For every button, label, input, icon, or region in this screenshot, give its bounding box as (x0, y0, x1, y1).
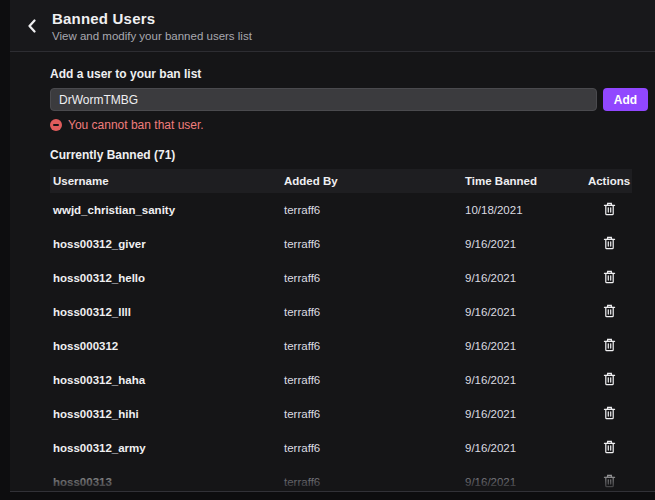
trash-icon (603, 406, 616, 420)
delete-user-button[interactable] (599, 200, 620, 221)
trash-icon (603, 304, 616, 318)
username-cell: hoss00312_hihi (50, 408, 281, 420)
trash-icon (603, 236, 616, 250)
back-button[interactable] (18, 12, 46, 40)
ban-user-label: Add a user to your ban list (50, 67, 648, 81)
time-banned-cell: 9/16/2021 (462, 374, 586, 386)
delete-user-button[interactable] (599, 472, 620, 493)
delete-user-button[interactable] (599, 268, 620, 289)
delete-user-button[interactable] (599, 336, 620, 357)
time-banned-cell: 9/16/2021 (462, 408, 586, 420)
chevron-left-icon (27, 19, 37, 33)
username-cell: hoss000312 (50, 340, 281, 352)
table-row: wwjd_christian_sanity terraff6 10/18/202… (50, 193, 632, 227)
error-text: You cannot ban that user. (68, 118, 204, 132)
username-cell: hoss00313 (50, 476, 281, 488)
trash-icon (603, 474, 616, 488)
table-row: hoss00312_hihi terraff6 9/16/2021 (50, 397, 632, 431)
ban-user-input[interactable] (50, 88, 597, 111)
time-banned-cell: 10/18/2021 (462, 204, 586, 216)
trash-icon (603, 202, 616, 216)
delete-user-button[interactable] (599, 404, 620, 425)
currently-banned-caption: Currently Banned (71) (50, 148, 648, 162)
delete-user-button[interactable] (599, 234, 620, 255)
added-by-cell: terraff6 (281, 238, 462, 250)
time-banned-cell: 9/16/2021 (462, 340, 586, 352)
time-banned-cell: 9/16/2021 (462, 272, 586, 284)
added-by-cell: terraff6 (281, 442, 462, 454)
trash-icon (603, 270, 616, 284)
table-row: hoss00312_giver terraff6 9/16/2021 (50, 227, 632, 261)
trash-icon (603, 338, 616, 352)
added-by-cell: terraff6 (281, 306, 462, 318)
error-message: You cannot ban that user. (50, 118, 648, 132)
column-header-actions: Actions (586, 175, 632, 187)
username-cell: hoss00312_army (50, 442, 281, 454)
delete-user-button[interactable] (599, 302, 620, 323)
delete-user-button[interactable] (599, 438, 620, 459)
username-cell: hoss00312_haha (50, 374, 281, 386)
add-user-row: Add (50, 88, 648, 111)
page-header: Banned Users View and modify your banned… (10, 0, 655, 52)
added-by-cell: terraff6 (281, 408, 462, 420)
delete-user-button[interactable] (599, 370, 620, 391)
added-by-cell: terraff6 (281, 374, 462, 386)
add-button[interactable]: Add (603, 88, 648, 111)
table-row: hoss00312_army terraff6 9/16/2021 (50, 431, 632, 465)
added-by-cell: terraff6 (281, 340, 462, 352)
table-row: hoss000312 terraff6 9/16/2021 (50, 329, 632, 363)
table-row: hoss00313 terraff6 9/16/2021 (50, 465, 632, 492)
minus-circle-icon (50, 119, 62, 131)
column-header-username: Username (50, 175, 281, 187)
title-block: Banned Users View and modify your banned… (52, 10, 252, 42)
username-cell: hoss00312_llll (50, 306, 281, 318)
column-header-added-by: Added By (281, 175, 462, 187)
time-banned-cell: 9/16/2021 (462, 476, 586, 488)
table-row: hoss00312_hello terraff6 9/16/2021 (50, 261, 632, 295)
added-by-cell: terraff6 (281, 272, 462, 284)
time-banned-cell: 9/16/2021 (462, 238, 586, 250)
added-by-cell: terraff6 (281, 476, 462, 488)
page-subtitle: View and modify your banned users list (52, 30, 252, 42)
time-banned-cell: 9/16/2021 (462, 306, 586, 318)
table-body: wwjd_christian_sanity terraff6 10/18/202… (50, 193, 632, 492)
table-row: hoss00312_haha terraff6 9/16/2021 (50, 363, 632, 397)
banned-users-panel: Banned Users View and modify your banned… (10, 0, 655, 492)
banned-users-table: Username Added By Time Banned Actions ww… (50, 169, 632, 492)
trash-icon (603, 372, 616, 386)
username-cell: hoss00312_giver (50, 238, 281, 250)
trash-icon (603, 440, 616, 454)
content: Add a user to your ban list Add You cann… (10, 67, 655, 492)
username-cell: hoss00312_hello (50, 272, 281, 284)
username-cell: wwjd_christian_sanity (50, 204, 281, 216)
added-by-cell: terraff6 (281, 204, 462, 216)
time-banned-cell: 9/16/2021 (462, 442, 586, 454)
table-header-row: Username Added By Time Banned Actions (50, 169, 632, 193)
column-header-time-banned: Time Banned (462, 175, 586, 187)
table-row: hoss00312_llll terraff6 9/16/2021 (50, 295, 632, 329)
page-title: Banned Users (52, 10, 252, 27)
